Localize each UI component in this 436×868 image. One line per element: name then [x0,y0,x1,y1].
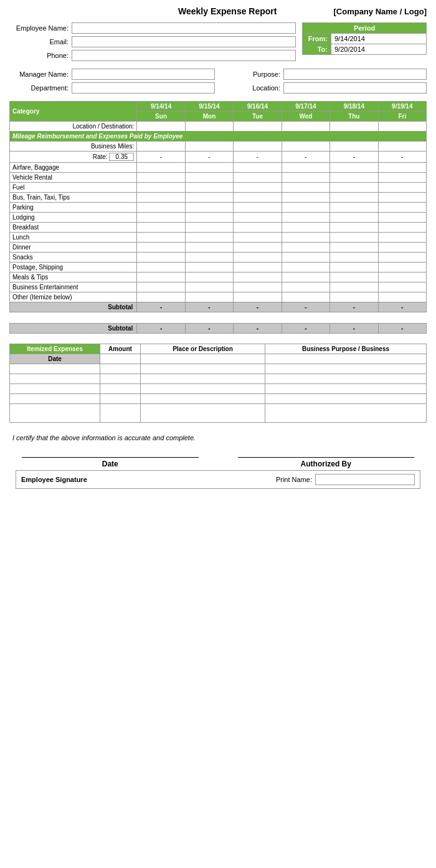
subtotal-label-2: Subtotal [10,324,137,334]
category-snacks: Snacks [10,253,137,263]
manager-input[interactable] [72,69,215,80]
subtotal-dash-0: - [137,302,185,312]
rate-input[interactable] [109,153,134,161]
subtotal-dash-3: - [282,302,329,312]
employee-name-input[interactable] [72,22,296,34]
employee-signature-label: Employee Signature [21,476,87,483]
location-row: Location / Destination: [10,122,427,132]
subtotal2-dash-4: - [330,324,378,334]
employee-name-label: Employee Name: [9,24,72,32]
period-to-label: To: [303,44,331,54]
company-logo: [Company Name / Logo] [333,7,427,16]
day-name-1: Mon [185,112,233,122]
subtotal-row-2: Subtotal - - - - - - [10,324,427,334]
category-lunch: Lunch [10,233,137,243]
rate-dash-1: - [185,152,233,163]
itemized-header-label: Itemized Expenses [10,344,100,354]
table-row: Fuel [10,183,427,193]
table-row: Other (Itemize below) [10,292,427,302]
table-row: Snacks [10,253,427,263]
phone-label: Phone: [9,52,72,59]
department-input[interactable] [72,82,215,94]
period-from-label: From: [303,34,331,44]
category-vehicle: Vehicle Rental [10,173,137,183]
table-row: Airfare, Baggage [10,163,427,173]
day-name-5: Fri [378,112,426,122]
itemized-date-label: Date [10,354,100,364]
print-name-input[interactable] [315,474,415,485]
day-name-0: Sun [137,112,185,122]
table-row: Bus, Train, Taxi, Tips [10,193,427,203]
table-row: Meals & Tips [10,272,427,282]
day-name-4: Thu [330,112,378,122]
category-entertainment: Business Entertainment [10,282,137,292]
purpose-input[interactable] [283,69,427,80]
business-miles-label: Business Miles: [10,142,137,152]
day-date-1: 9/15/14 [185,102,233,112]
table-row: Business Entertainment [10,282,427,292]
authorized-by-label: Authorized By [238,460,415,468]
subtotal-row-1: Subtotal - - - - - - [10,302,427,312]
itemized-purpose-header: Business Purpose / Business [265,344,427,354]
list-item [10,404,427,423]
day-date-3: 9/17/14 [282,102,329,112]
day-date-5: 9/19/14 [378,102,426,112]
day-date-0: 9/14/14 [137,102,185,112]
itemized-date-row: Date [10,354,427,364]
rate-dash-0: - [137,152,185,163]
department-label: Department: [9,84,72,92]
rate-label: Rate: [10,152,137,163]
category-meals: Meals & Tips [10,272,137,282]
day-name-3: Wed [282,112,329,122]
day-date-4: 9/18/14 [330,102,378,112]
category-parking: Parking [10,203,137,213]
category-dinner: Dinner [10,243,137,253]
itemized-amount-header: Amount [100,344,141,354]
list-item [10,364,427,374]
list-item [10,394,427,404]
table-row: Lunch [10,233,427,243]
category-other: Other (Itemize below) [10,292,137,302]
expense-table: Category 9/14/14 9/15/14 9/16/14 9/17/14… [9,101,427,334]
category-bus: Bus, Train, Taxi, Tips [10,193,137,203]
subtotal-dash-2: - [234,302,282,312]
subtotal-dash-4: - [330,302,378,312]
table-row: Dinner [10,243,427,253]
subtotal2-dash-1: - [185,324,233,334]
location-destination-label: Location / Destination: [10,122,137,132]
table-row: Parking [10,203,427,213]
mileage-header-row: Mileage Reimbursement and Expenses Paid … [10,132,427,142]
subtotal2-dash-5: - [378,324,426,334]
email-label: Email: [9,38,72,46]
category-postage: Postage, Shipping [10,263,137,272]
subtotal2-dash-3: - [282,324,329,334]
mileage-header-text: Mileage Reimbursement and Expenses Paid … [10,132,427,142]
location-input[interactable] [283,82,427,94]
table-row: Breakfast [10,223,427,233]
table-row: Lodging [10,213,427,223]
itemized-header: Itemized Expenses Amount Place or Descri… [10,344,427,354]
day-date-2: 9/16/14 [234,102,282,112]
rate-dash-5: - [378,152,426,163]
rate-dash-4: - [330,152,378,163]
rate-row: Rate: - - - - - - [10,152,427,163]
category-airfare: Airfare, Baggage [10,163,137,173]
subtotal-dash-1: - [185,302,233,312]
page-title: Weekly Expense Report [121,6,333,16]
subtotal-label-1: Subtotal [10,302,137,312]
period-to-value: 9/20/2014 [331,44,426,54]
itemized-place-header: Place or Description [141,344,265,354]
spacer-row [10,312,427,324]
date-label: Date [22,460,199,468]
phone-input[interactable] [72,50,296,61]
email-input[interactable] [72,36,296,47]
table-row: Postage, Shipping [10,263,427,272]
manager-label: Manager Name: [9,70,72,78]
subtotal-dash-5: - [378,302,426,312]
itemized-table: Itemized Expenses Amount Place or Descri… [9,344,427,423]
rate-dash-3: - [282,152,329,163]
day-name-2: Tue [234,112,282,122]
print-name-label: Print Name: [276,476,312,483]
certification-text: I certify that the above information is … [9,428,427,448]
purpose-label: Purpose: [221,70,283,78]
